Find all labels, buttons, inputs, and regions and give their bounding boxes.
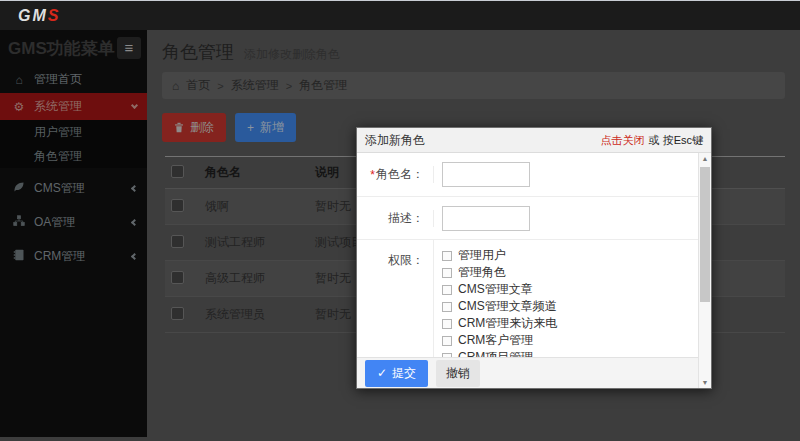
required-mark: * (370, 168, 375, 182)
permission-checkbox[interactable] (442, 285, 452, 295)
leaf-icon (12, 181, 26, 196)
modal-scrollbar[interactable]: ▲ ▼ (698, 153, 711, 388)
role-name-cell: 高级工程师 (199, 261, 309, 297)
sidebar-header: GMS功能菜单 ≡ (0, 30, 147, 66)
cancel-button-label: 撤销 (446, 366, 470, 380)
hamburger-icon: ≡ (125, 39, 134, 56)
scroll-down-icon[interactable]: ▼ (699, 379, 711, 386)
role-name-cell: 饿啊 (199, 189, 309, 225)
breadcrumb-home[interactable]: 首页 (186, 77, 210, 94)
add-role-modal: 添加新角色 点击关闭 或 按Esc键 * 角色名： 描述： 权限： (356, 127, 712, 389)
check-icon: ✓ (377, 366, 387, 380)
chevron-left-icon (131, 253, 138, 260)
delete-button[interactable]: 删除 (162, 113, 226, 142)
permission-item: CMS管理文章频道 (442, 298, 557, 315)
sidebar-item-oa[interactable]: OA管理 (0, 209, 147, 236)
role-name-input[interactable] (442, 162, 530, 187)
sidebar-item-roles[interactable]: 角色管理 (0, 144, 147, 168)
chevron-left-icon (131, 185, 138, 192)
row-checkbox[interactable] (171, 271, 184, 284)
row-checkbox[interactable] (171, 199, 184, 212)
permission-checkbox[interactable] (442, 302, 452, 312)
modal-body: * 角色名： 描述： 权限： 管理用户 管理角色 (357, 153, 698, 388)
sidebar-item-label: 系统管理 (34, 98, 82, 115)
permission-checkbox[interactable] (442, 319, 452, 329)
description-label: 描述： (357, 210, 434, 227)
row-checkbox[interactable] (171, 235, 184, 248)
sidebar-item-home[interactable]: ⌂ 管理首页 (0, 66, 147, 93)
sidebar-item-cms[interactable]: CMS管理 (0, 175, 147, 202)
plus-icon: + (247, 121, 254, 135)
scrollbar-thumb[interactable] (700, 167, 710, 302)
sidebar-item-users[interactable]: 用户管理 (0, 120, 147, 144)
row-checkbox[interactable] (171, 307, 184, 320)
permission-label: CMS管理文章频道 (458, 298, 557, 315)
breadcrumb: ⌂ 首页 > 系统管理 > 角色管理 (162, 72, 785, 99)
permission-label: CMS管理文章 (458, 281, 533, 298)
add-button-label: 新增 (260, 119, 284, 136)
address-book-icon (12, 249, 26, 264)
permission-label: 管理角色 (458, 264, 506, 281)
permission-checkbox[interactable] (442, 268, 452, 278)
breadcrumb-system[interactable]: 系统管理 (231, 77, 279, 94)
home-icon: ⌂ (172, 79, 179, 93)
role-name-field-row: * 角色名： (357, 153, 698, 197)
page-subtitle: 添加修改删除角色 (244, 46, 340, 63)
permission-checkbox[interactable] (442, 251, 452, 261)
modal-close-hint: 或 按Esc键 (649, 133, 703, 148)
gms-logo: GMS (18, 7, 60, 25)
permission-label: 管理用户 (458, 247, 506, 264)
description-input[interactable] (442, 206, 530, 231)
permission-item: CRM客户管理 (442, 332, 557, 349)
modal-close-link[interactable]: 点击关闭 (601, 133, 645, 148)
permission-item: 管理用户 (442, 247, 557, 264)
chevron-down-icon (131, 102, 138, 109)
sidebar: GMS功能菜单 ≡ ⌂ 管理首页 ⚙ 系统管理 用户管理 角色管理 CMS管理 (0, 30, 147, 437)
breadcrumb-separator: > (217, 80, 223, 92)
page-header: 角色管理 添加修改删除角色 (147, 30, 800, 70)
description-field-row: 描述： (357, 197, 698, 240)
hamburger-menu-button[interactable]: ≡ (117, 37, 141, 59)
sidebar-item-label: CMS管理 (34, 180, 85, 197)
logo-text-s: S (48, 7, 61, 24)
scroll-up-icon[interactable]: ▲ (699, 155, 711, 162)
permission-label: CRM客户管理 (458, 332, 533, 349)
logo-text-gm: GM (18, 7, 48, 24)
sidebar-item-label: 用户管理 (34, 124, 82, 141)
breadcrumb-roles[interactable]: 角色管理 (299, 77, 347, 94)
trash-icon (174, 122, 184, 133)
permission-checkbox[interactable] (442, 336, 452, 346)
gear-icon: ⚙ (12, 100, 26, 114)
sitemap-icon (12, 215, 26, 230)
permission-item: 管理角色 (442, 264, 557, 281)
permission-label: CRM管理来访来电 (458, 315, 557, 332)
sidebar-title: GMS功能菜单 (8, 37, 117, 60)
delete-button-label: 删除 (190, 119, 214, 136)
sidebar-item-label: CRM管理 (34, 248, 85, 265)
add-button[interactable]: + 新增 (235, 113, 296, 142)
column-header-name: 角色名 (199, 157, 309, 189)
select-all-checkbox[interactable] (171, 165, 184, 178)
cancel-button[interactable]: 撤销 (436, 360, 480, 387)
sidebar-item-label: 管理首页 (34, 71, 82, 88)
breadcrumb-separator: > (286, 80, 292, 92)
permission-item: CMS管理文章 (442, 281, 557, 298)
sidebar-item-label: 角色管理 (34, 148, 82, 165)
chevron-left-icon (131, 219, 138, 226)
role-name-cell: 测试工程师 (199, 225, 309, 261)
submit-button[interactable]: ✓ 提交 (365, 360, 428, 387)
home-icon: ⌂ (12, 73, 26, 87)
modal-title: 添加新角色 (365, 132, 601, 149)
modal-header: 添加新角色 点击关闭 或 按Esc键 (357, 128, 711, 153)
sidebar-item-system[interactable]: ⚙ 系统管理 (0, 93, 147, 120)
role-name-cell: 系统管理员 (199, 297, 309, 333)
modal-footer: ✓ 提交 撤销 (357, 357, 698, 388)
role-name-label: * 角色名： (357, 166, 434, 183)
top-bar: GMS (0, 0, 800, 30)
sidebar-item-label: OA管理 (34, 214, 75, 231)
permission-item: CRM管理来访来电 (442, 315, 557, 332)
submit-button-label: 提交 (392, 365, 416, 382)
page-title: 角色管理 (162, 40, 234, 64)
sidebar-item-crm[interactable]: CRM管理 (0, 243, 147, 270)
